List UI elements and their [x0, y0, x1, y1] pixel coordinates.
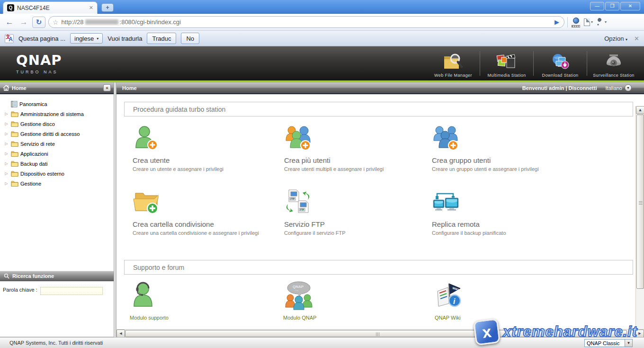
- welcome-text: Benvenuti admin: [522, 85, 564, 91]
- translate-bar: 文 A Questa pagina ... inglese ▾ Vuoi tra…: [0, 31, 644, 46]
- page-menu-button[interactable]: ▾: [584, 18, 593, 26]
- svg-text:FTP: FTP: [300, 209, 304, 211]
- svg-text:FTP: FTP: [291, 198, 295, 200]
- wizard-item-servizio-ftp[interactable]: FTP FTP Servizio FTP Configurare il serv…: [284, 187, 429, 236]
- new-tab-button[interactable]: +: [101, 3, 114, 12]
- support-item-modulo-supporto[interactable]: Modulo supporto: [130, 281, 262, 321]
- horizontal-scroll-thumb[interactable]: [125, 330, 627, 337]
- restore-button[interactable]: ❐: [605, 2, 619, 10]
- options-menu[interactable]: Opzion ▾: [604, 35, 627, 42]
- scroll-right-icon[interactable]: ►: [635, 330, 644, 338]
- address-bar[interactable]: ☆ http://28 :8080/cgi-bin/index.cgi ▶: [48, 16, 564, 28]
- create-multiple-users-icon: [284, 125, 313, 152]
- expander-icon[interactable]: ▷: [4, 112, 9, 116]
- folder-icon: [11, 151, 18, 157]
- tree-item-panoramica[interactable]: Panoramica: [0, 99, 114, 109]
- home-icon: [3, 85, 9, 91]
- wizard-item-crea-gruppo-utenti[interactable]: Crea gruppo utenti Creare un gruppo uten…: [432, 124, 576, 172]
- keyword-input[interactable]: [40, 287, 103, 295]
- support-item-modulo-qnap[interactable]: QNAP Club Modulo QNAP: [283, 281, 416, 321]
- wizard-item-title: Crea utente: [133, 156, 277, 164]
- horizontal-scrollbar[interactable]: ◄ ►: [116, 329, 644, 337]
- wizard-item-title: Crea più utenti: [284, 156, 429, 164]
- wizard-item-desc: Creare una cartella condivisione e asseg…: [133, 230, 277, 236]
- expander-icon[interactable]: ▷: [4, 132, 9, 136]
- expander-icon[interactable]: ▷: [4, 161, 9, 166]
- close-button[interactable]: ✕: [620, 2, 640, 10]
- translate-close-icon[interactable]: ✕: [634, 35, 639, 42]
- language-dropdown-icon[interactable]: ▼: [625, 84, 632, 91]
- tree-item-servizio-di-rete[interactable]: ▷ Servizio di rete: [0, 139, 114, 149]
- qnap-favicon-icon: Q: [7, 4, 14, 11]
- caret-icon: ▾: [591, 20, 593, 24]
- support-section-header: Supporto e forum: [124, 260, 633, 275]
- theme-select[interactable]: QNAP Classic ▼: [584, 339, 633, 347]
- vertical-scrollbar[interactable]: ▲ ▼: [635, 106, 644, 337]
- vertical-scroll-thumb[interactable]: [636, 115, 644, 289]
- logout-link[interactable]: Disconnetti: [569, 85, 597, 91]
- wizard-item-title: Replica remota: [432, 220, 576, 228]
- language-label: Italiano: [606, 85, 622, 91]
- wizard-item-crea-piu-utenti[interactable]: Crea più utenti Creare utenti multipli e…: [284, 124, 429, 172]
- no-button[interactable]: No: [181, 33, 199, 44]
- tools-menu-button[interactable]: ▾: [596, 18, 607, 26]
- expander-icon[interactable]: ▷: [4, 181, 9, 186]
- translate-message: Questa pagina ...: [18, 35, 65, 42]
- main-header: Home Benvenuti admin | Disconnetti Itali…: [116, 82, 644, 94]
- forward-icon[interactable]: →: [18, 18, 29, 27]
- tree-item-backup-dati[interactable]: ▷ Backup dati: [0, 159, 114, 169]
- bookmark-star-icon[interactable]: ☆: [53, 18, 59, 26]
- expander-icon[interactable]: ▷: [4, 122, 9, 126]
- tree-item-applicazioni[interactable]: ▷ Applicazioni: [0, 149, 114, 159]
- tree-item-dispositivo-esterno[interactable]: ▷ Dispositivo esterno: [0, 169, 114, 178]
- tree-item-gestione[interactable]: ▷ Gestione: [0, 178, 114, 188]
- create-shared-folder-icon: [133, 188, 161, 216]
- tree-item-amministrazione-di-sistema[interactable]: ▷ Amministrazione di sistema: [0, 109, 114, 119]
- reload-icon[interactable]: ↻: [32, 17, 45, 28]
- qnap-wiki-icon: WIKI i: [435, 281, 464, 310]
- theme-dropdown-icon[interactable]: ▼: [625, 339, 632, 347]
- sidebar-title: Home: [12, 85, 27, 91]
- app-multimedia-station[interactable]: Multimedia Station: [480, 46, 533, 80]
- tree-item-gestione-diritti-di-accesso[interactable]: ▷ Gestione diritti di accesso: [0, 129, 114, 139]
- minimize-button[interactable]: —: [590, 2, 604, 10]
- qnap-forum-icon: QNAP Club: [283, 281, 314, 310]
- language-select[interactable]: inglese ▾: [70, 33, 103, 44]
- go-icon[interactable]: ▶: [555, 18, 560, 26]
- app-label: Download Station: [542, 73, 579, 78]
- browser-window: Q NASC4F14E ✕ + — ❐ ✕ ← → ↻ ☆ http://28 …: [0, 0, 644, 348]
- wizard-item-replica-remota[interactable]: Replica remota Configurare il backup pia…: [432, 187, 576, 236]
- app-surveillance-station[interactable]: Surveillance Station: [587, 46, 640, 80]
- wizard-item-desc: Creare un utente e assegnare i privilegi: [133, 166, 277, 172]
- expander-icon[interactable]: ▷: [4, 152, 9, 156]
- svg-text:i: i: [453, 297, 456, 305]
- translate-button[interactable]: Traduc: [147, 33, 176, 44]
- wizard-item-title: Crea gruppo utenti: [432, 156, 576, 164]
- tree-item-gestione-disco[interactable]: ▷ Gestione disco: [0, 119, 114, 129]
- scroll-up-icon[interactable]: ▲: [636, 106, 644, 114]
- folder-icon: [11, 170, 18, 177]
- welcome-logout: Benvenuti admin | Disconnetti: [522, 85, 597, 91]
- wizard-item-desc: Configurare il servizio FTP: [284, 230, 429, 236]
- scroll-left-icon[interactable]: ◄: [116, 330, 125, 338]
- extension-globe-icon[interactable]: [571, 17, 581, 27]
- app-download-station[interactable]: Download Station: [534, 46, 587, 80]
- main-panel: Home Benvenuti admin | Disconnetti Itali…: [116, 82, 644, 337]
- tab-close-icon[interactable]: ✕: [89, 5, 93, 11]
- search-panel-header[interactable]: Ricerca funzione: [0, 271, 114, 281]
- chevron-down-icon: ▾: [626, 37, 627, 42]
- wizard-item-crea-utente[interactable]: Crea utente Creare un utente e assegnare…: [133, 124, 277, 172]
- titlebar: Q NASC4F14E ✕ + — ❐ ✕: [0, 0, 644, 14]
- sidebar-collapse-button[interactable]: «: [103, 84, 111, 91]
- url-text[interactable]: http://28 :8080/cgi-bin/index.cgi: [62, 18, 552, 26]
- app-web-file-manager[interactable]: Web File Manager: [427, 46, 480, 80]
- search-panel-body: Parola chiave :: [0, 281, 114, 337]
- language-switcher[interactable]: Italiano ▼: [606, 84, 632, 91]
- turbo-nas-text: TURBO NAS: [16, 70, 62, 74]
- browser-tab[interactable]: Q NASC4F14E ✕: [3, 1, 98, 14]
- support-item-qnap-wiki[interactable]: WIKI i QNAP Wiki: [435, 281, 567, 321]
- expander-icon[interactable]: ▷: [4, 171, 9, 176]
- wizard-item-crea-cartella-condivisione[interactable]: Crea cartella condivisione Creare una ca…: [133, 187, 277, 236]
- expander-icon[interactable]: ▷: [4, 142, 9, 146]
- back-icon[interactable]: ←: [4, 18, 15, 27]
